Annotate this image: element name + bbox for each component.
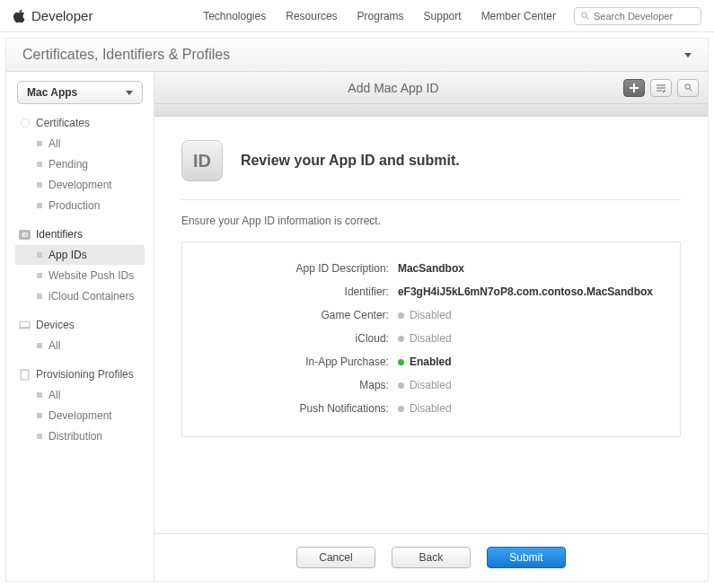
divider <box>181 199 681 200</box>
search-field-wrap[interactable] <box>574 7 701 25</box>
status-dot-icon <box>398 312 404 319</box>
plus-icon <box>630 83 639 92</box>
label-icloud: iCloud: <box>209 332 389 345</box>
svg-rect-3 <box>20 321 30 328</box>
nav-links: Technologies Resources Programs Support … <box>203 10 556 22</box>
top-nav: Developer Technologies Resources Program… <box>0 0 714 32</box>
ensure-text: Ensure your App ID information is correc… <box>181 215 681 227</box>
section-header: Certificates, Identifiers & Profiles <box>5 38 709 72</box>
side-group-header-devices[interactable]: Devices <box>12 315 148 335</box>
status-dot-icon <box>398 336 404 342</box>
side-group-devices: Devices All <box>12 315 148 355</box>
svg-line-1 <box>586 17 589 20</box>
bullet-icon <box>37 392 42 398</box>
sidebar-item-cert-all[interactable]: All <box>15 134 145 154</box>
add-button[interactable] <box>623 79 645 97</box>
toolbar-actions <box>623 79 699 97</box>
sidebar: Mac Apps Certificates All Pending Develo… <box>6 72 154 581</box>
sidebar-item-profiles-development[interactable]: Development <box>15 406 145 426</box>
label-game-center: Game Center: <box>209 309 389 321</box>
sidebar-item-devices-all[interactable]: All <box>15 336 145 355</box>
bullet-icon <box>37 434 42 439</box>
sidebar-item-profiles-distribution[interactable]: Distribution <box>15 426 145 446</box>
back-button[interactable]: Back <box>392 547 471 568</box>
platform-label: Mac Apps <box>27 86 77 99</box>
platform-select[interactable]: Mac Apps <box>17 81 143 104</box>
bullet-icon <box>37 182 42 188</box>
sidebar-item-website-push-ids[interactable]: Website Push IDs <box>15 266 145 285</box>
nav-link-resources[interactable]: Resources <box>286 10 337 22</box>
sidebar-item-cert-production[interactable]: Production <box>15 196 145 215</box>
side-group-certificates: Certificates All Pending Development Pro… <box>12 113 148 215</box>
brand-label: Developer <box>31 8 93 23</box>
nav-link-technologies[interactable]: Technologies <box>203 10 266 22</box>
chevron-down-icon <box>126 91 133 95</box>
bullet-icon <box>37 343 42 348</box>
apple-logo-icon <box>13 8 26 24</box>
side-group-header-certificates[interactable]: Certificates <box>12 113 148 133</box>
id-tile-icon: ID <box>181 140 223 181</box>
submit-button[interactable]: Submit <box>487 547 566 568</box>
devices-icon <box>19 320 31 331</box>
sidebar-item-cert-pending[interactable]: Pending <box>15 154 145 174</box>
sidebar-item-profiles-all[interactable]: All <box>15 385 145 405</box>
value-app-id-description: MacSandbox <box>398 262 653 275</box>
side-group-header-profiles[interactable]: Provisioning Profiles <box>12 364 148 384</box>
main-toolbar: Add Mac App ID <box>154 72 708 104</box>
bullet-icon <box>37 162 42 167</box>
info-box: App ID Description: MacSandbox Identifie… <box>181 241 681 437</box>
bullet-icon <box>37 252 42 258</box>
profiles-icon <box>19 369 31 381</box>
edit-button[interactable] <box>650 79 672 97</box>
bullet-icon <box>37 294 42 299</box>
id-badge-icon: ID <box>19 229 31 241</box>
value-push: Disabled <box>398 402 653 415</box>
search-input[interactable] <box>594 11 695 22</box>
main-panel: Add Mac App ID ID Review your App ID and… <box>154 72 708 581</box>
label-iap: In-App Purchase: <box>209 355 389 368</box>
sidebar-item-app-ids[interactable]: App IDs <box>15 245 145 265</box>
section-caret-icon[interactable] <box>684 53 692 57</box>
nav-link-programs[interactable]: Programs <box>357 10 404 22</box>
sub-bar <box>154 104 708 117</box>
svg-point-9 <box>684 84 690 90</box>
side-group-identifiers: ID Identifiers App IDs Website Push IDs … <box>12 224 148 306</box>
bullet-icon <box>37 413 42 418</box>
search-button[interactable] <box>677 79 699 97</box>
side-group-header-identifiers[interactable]: ID Identifiers <box>12 224 148 244</box>
status-dot-icon <box>398 382 404 389</box>
status-dot-icon <box>398 359 404 365</box>
sidebar-item-icloud-containers[interactable]: iCloud Containers <box>15 286 145 306</box>
nav-link-support[interactable]: Support <box>424 10 462 22</box>
value-iap: Enabled <box>398 355 653 368</box>
value-maps: Disabled <box>398 379 653 391</box>
search-icon <box>580 11 590 21</box>
review-header-row: ID Review your App ID and submit. <box>181 140 681 181</box>
svg-line-10 <box>689 89 692 92</box>
info-grid: App ID Description: MacSandbox Identifie… <box>209 262 653 415</box>
status-dot-icon <box>398 406 404 412</box>
value-game-center: Disabled <box>398 309 653 321</box>
svg-point-0 <box>582 13 587 18</box>
value-identifier: eF3gH4iJ5kL6mN7oP8.com.contoso.MacSandbo… <box>398 285 653 298</box>
label-maps: Maps: <box>209 379 389 391</box>
edit-icon <box>656 83 666 92</box>
svg-point-2 <box>21 119 29 127</box>
nav-link-member-center[interactable]: Member Center <box>481 10 556 22</box>
columns: Mac Apps Certificates All Pending Develo… <box>5 72 709 582</box>
content: ID Review your App ID and submit. Ensure… <box>154 117 708 533</box>
bullet-icon <box>37 141 42 146</box>
side-group-profiles: Provisioning Profiles All Development Di… <box>12 364 148 446</box>
bullet-icon <box>37 273 42 278</box>
value-icloud: Disabled <box>398 332 653 345</box>
sidebar-item-cert-development[interactable]: Development <box>15 175 145 195</box>
footer: Cancel Back Submit <box>154 533 708 581</box>
bullet-icon <box>37 203 42 208</box>
svg-rect-5 <box>21 370 29 380</box>
search-icon <box>683 83 693 92</box>
label-identifier: Identifier: <box>209 285 389 298</box>
certificate-icon <box>19 118 31 129</box>
cancel-button[interactable]: Cancel <box>296 547 375 568</box>
section-title: Certificates, Identifiers & Profiles <box>22 47 230 63</box>
label-app-id-description: App ID Description: <box>209 262 389 275</box>
